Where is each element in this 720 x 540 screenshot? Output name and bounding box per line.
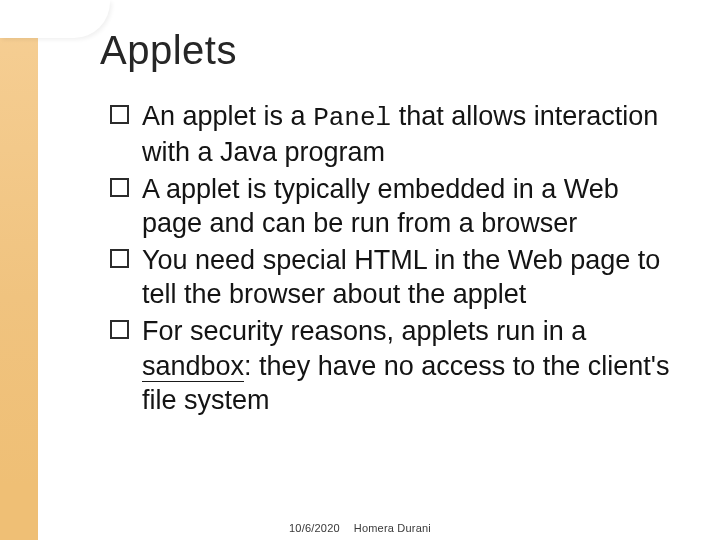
- decorative-left-strip: [0, 0, 38, 540]
- checkbox-bullet-icon: [110, 320, 129, 339]
- footer-date: 10/6/2020: [289, 522, 340, 534]
- footer-author: Homera Durani: [354, 522, 431, 534]
- checkbox-bullet-icon: [110, 249, 129, 268]
- list-item: A applet is typically embedded in a Web …: [110, 172, 680, 241]
- slide-footer: 10/6/2020Homera Durani: [0, 522, 720, 534]
- code-word-panel: Panel: [313, 103, 391, 133]
- list-item: For security reasons, applets run in a s…: [110, 314, 680, 418]
- bullet-list: An applet is a Panel that allows interac…: [110, 99, 680, 418]
- bullet-text: You need special HTML in the Web page to…: [142, 245, 660, 310]
- bullet-text-pre: For security reasons, applets run in a: [142, 316, 586, 346]
- checkbox-bullet-icon: [110, 178, 129, 197]
- bullet-text: A applet is typically embedded in a Web …: [142, 174, 619, 239]
- list-item: An applet is a Panel that allows interac…: [110, 99, 680, 170]
- checkbox-bullet-icon: [110, 105, 129, 124]
- list-item: You need special HTML in the Web page to…: [110, 243, 680, 312]
- slide-title: Applets: [100, 28, 680, 73]
- slide-content: Applets An applet is a Panel that allows…: [38, 0, 720, 540]
- underlined-word-sandbox: sandbox: [142, 351, 244, 382]
- bullet-text-pre: An applet is a: [142, 101, 313, 131]
